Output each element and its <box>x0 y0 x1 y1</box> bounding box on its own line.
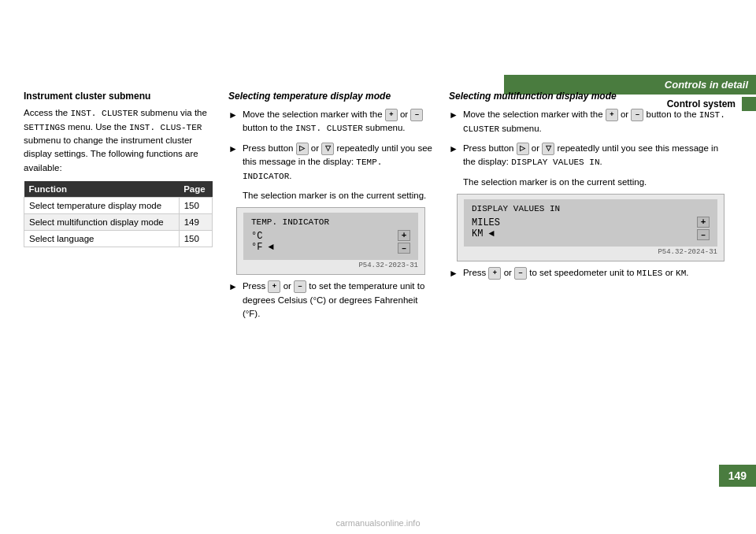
bullet-arrow-icon: ► <box>449 108 458 135</box>
mid-note-1: The selection marker is on the current s… <box>243 189 433 202</box>
table-cell-page: 149 <box>179 213 212 230</box>
table-cell-function: Select multifunction display mode <box>24 213 180 230</box>
display-values-right: + – <box>697 217 710 240</box>
display-values-row: MILES KM ◄ + – <box>472 217 710 240</box>
temp-display-screen: TEMP. INDICATOR °C °F ◄ + – <box>243 213 418 260</box>
fahrenheit-label: °F ◄ <box>251 242 274 253</box>
bullet-arrow-icon: ► <box>449 266 458 280</box>
temp-display-caption: P54.32-2023-31 <box>243 261 418 269</box>
plus-icon: + <box>385 109 398 121</box>
table-row: Select temperature display mode 150 <box>24 197 213 213</box>
plus-display-btn: + <box>398 230 410 241</box>
function-table: Function Page Select temperature display… <box>24 181 213 247</box>
left-column: Instrument cluster submenu Access the IN… <box>24 91 213 327</box>
display-values-screen: DISPLAY VALUES IN MILES KM ◄ + – <box>464 199 717 247</box>
table-row: Select multifunction display mode 149 <box>24 213 213 230</box>
bullet-arrow-icon: ► <box>228 108 238 135</box>
mid-bullet-1-text: Move the selection marker with the + or … <box>243 108 433 135</box>
forward-btn-icon: ▷ <box>296 143 309 155</box>
plus-icon: + <box>268 280 280 293</box>
bullet-arrow-icon: ► <box>449 142 458 169</box>
table-header-function: Function <box>24 181 180 198</box>
km-label: KM ◄ <box>472 228 500 239</box>
display-values-image: DISPLAY VALUES IN MILES KM ◄ + – P54.32-… <box>457 194 724 261</box>
right-bullet-3: ► Press + or – to set speedometer unit t… <box>449 266 732 280</box>
right-section-title: Selecting multifunction display mode <box>449 91 732 102</box>
selection-marker: ◄ <box>489 228 495 239</box>
down-btn-icon: ▽ <box>321 143 334 155</box>
table-cell-page: 150 <box>179 230 212 247</box>
mid-bullet-2-text: Press button ▷ or ▽ repeatedly until you… <box>243 142 433 183</box>
temp-screen-row: °C °F ◄ + – <box>251 230 410 254</box>
mid-bullet-1: ► Move the selection marker with the + o… <box>228 108 433 135</box>
minus-icon: – <box>631 109 643 121</box>
display-values-caption: P54.32-2024-31 <box>464 248 717 256</box>
right-bullet-2: ► Press button ▷ or ▽ repeatedly until y… <box>449 142 732 169</box>
mid-bullet-3: ► Press + or – to set the temperature un… <box>228 280 433 321</box>
right-bullet-2-text: Press button ▷ or ▽ repeatedly until you… <box>463 142 732 169</box>
temp-screen-title: TEMP. INDICATOR <box>251 217 410 227</box>
minus-display-btn: – <box>398 243 410 254</box>
mid-column: Selecting temperature display mode ► Mov… <box>228 91 433 327</box>
display-values-left: MILES KM ◄ <box>472 217 500 239</box>
minus-icon: – <box>410 109 423 121</box>
temp-display-image: TEMP. INDICATOR °C °F ◄ + – P54.32-2023-… <box>236 207 425 275</box>
selection-marker: ◄ <box>269 242 274 253</box>
down-btn-icon: ▽ <box>542 143 554 155</box>
plus-icon: + <box>606 109 618 121</box>
temp-screen-left: °C °F ◄ <box>251 231 274 253</box>
table-cell-function: Select temperature display mode <box>24 197 180 213</box>
plus-icon: + <box>488 267 501 280</box>
plus-display-btn: + <box>697 217 710 228</box>
minus-display-btn: – <box>697 229 710 240</box>
right-note-1: The selection marker is on the current s… <box>463 176 732 189</box>
minus-icon: – <box>514 267 527 280</box>
page-number: 149 <box>719 465 756 487</box>
right-bullet-1: ► Move the selection marker with the + o… <box>449 108 732 135</box>
mid-bullet-2: ► Press button ▷ or ▽ repeatedly until y… <box>228 142 433 183</box>
mid-bullet-3-text: Press + or – to set the temperature unit… <box>243 280 433 321</box>
left-section-title: Instrument cluster submenu <box>24 91 213 102</box>
table-cell-page: 150 <box>179 197 212 213</box>
left-intro-text: Access the INST. CLUSTER submenu via the… <box>24 106 213 175</box>
bullet-arrow-icon: ► <box>228 142 238 183</box>
table-header-page: Page <box>179 181 212 198</box>
temp-screen-right: + – <box>398 230 410 254</box>
table-cell-function: Select language <box>24 230 180 247</box>
right-bullet-3-text: Press + or – to set speedometer unit to … <box>463 266 732 280</box>
table-row: Select language 150 <box>24 230 213 247</box>
right-column: Selecting multifunction display mode ► M… <box>449 91 732 327</box>
main-content: Instrument cluster submenu Access the IN… <box>24 91 732 327</box>
bullet-arrow-icon: ► <box>228 280 238 321</box>
green-block-icon <box>742 97 756 111</box>
minus-icon: – <box>294 280 306 293</box>
forward-btn-icon: ▷ <box>517 143 529 155</box>
celsius-label: °C <box>251 231 274 242</box>
watermark: carmanualsonline.info <box>335 518 420 528</box>
mid-section-title: Selecting temperature display mode <box>228 91 433 102</box>
miles-label: MILES <box>472 217 500 228</box>
right-bullet-1-text: Move the selection marker with the + or … <box>463 108 732 135</box>
display-values-title: DISPLAY VALUES IN <box>472 204 710 213</box>
